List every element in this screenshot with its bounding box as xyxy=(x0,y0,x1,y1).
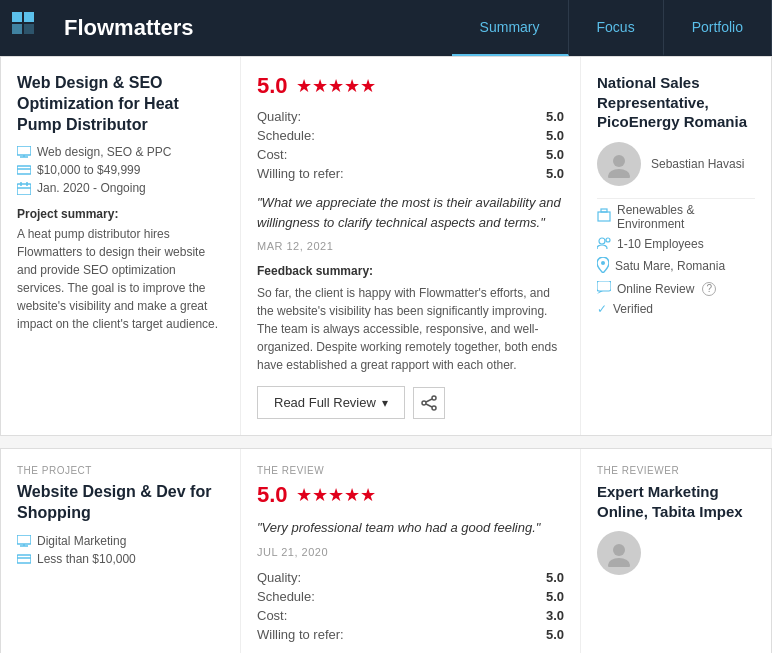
refer-label: Willing to refer: xyxy=(257,166,344,181)
svg-rect-3 xyxy=(24,24,34,34)
svg-point-24 xyxy=(606,238,610,242)
verified-label: Verified xyxy=(613,302,653,316)
avatar-2 xyxy=(597,531,641,575)
rating-cost-2: Cost: 3.0 xyxy=(257,608,564,623)
reviewer-column-2: THE REVIEWER Expert Marketing Online, Ta… xyxy=(581,449,771,653)
budget-icon-2 xyxy=(17,552,31,566)
reviewer-review-type: Online Review ? xyxy=(597,281,755,297)
budget-label-2: Less than $10,000 xyxy=(37,552,136,566)
tab-summary[interactable]: Summary xyxy=(452,0,569,56)
svg-rect-0 xyxy=(12,12,22,22)
service-label-2: Digital Marketing xyxy=(37,534,126,548)
review-actions: Read Full Review ▾ xyxy=(257,386,564,419)
stars-2: ★★★★★ xyxy=(296,484,376,506)
schedule-value-2: 5.0 xyxy=(546,589,564,604)
svg-point-34 xyxy=(608,558,630,567)
industry-label: Renewables & Environment xyxy=(617,203,755,231)
svg-rect-2 xyxy=(12,24,22,34)
reviewer-name: Sebastian Havasi xyxy=(651,157,744,171)
review-date-2: JUL 21, 2020 xyxy=(257,546,564,558)
question-icon: ? xyxy=(702,282,716,296)
review-quote: "What we appreciate the most is their av… xyxy=(257,193,564,232)
svg-rect-4 xyxy=(17,146,31,155)
stars: ★★★★★ xyxy=(296,75,376,97)
svg-rect-28 xyxy=(17,535,31,544)
project-title-1: Web Design & SEO Optimization for Heat P… xyxy=(17,73,224,135)
rating-schedule-2: Schedule: 5.0 xyxy=(257,589,564,604)
share-icon xyxy=(421,395,437,411)
svg-point-25 xyxy=(601,261,605,265)
review-column-1: 5.0 ★★★★★ Quality: 5.0 Schedule: 5.0 Cos… xyxy=(241,57,581,435)
feedback-label: Feedback summary: xyxy=(257,264,564,278)
rating-schedule: Schedule: 5.0 xyxy=(257,128,564,143)
cost-value: 5.0 xyxy=(546,147,564,162)
project-title-2: Website Design & Dev for Shopping xyxy=(17,482,224,524)
overall-score: 5.0 xyxy=(257,73,288,99)
schedule-label-2: Schedule: xyxy=(257,589,315,604)
nav-tabs: Summary Focus Portfolio xyxy=(452,0,772,56)
employees-label: 1-10 Employees xyxy=(617,237,704,251)
feedback-text: So far, the client is happy with Flowmat… xyxy=(257,284,564,374)
tab-focus[interactable]: Focus xyxy=(569,0,664,56)
app-title: Flowmatters xyxy=(56,15,452,41)
review-quote-2: "Very professional team who had a good f… xyxy=(257,518,564,538)
schedule-label: Schedule: xyxy=(257,128,315,143)
project-section-label: THE PROJECT xyxy=(17,465,224,476)
svg-point-33 xyxy=(613,544,625,556)
rating-quality-2: Quality: 5.0 xyxy=(257,570,564,585)
overall-rating: 5.0 ★★★★★ xyxy=(257,73,564,99)
svg-point-14 xyxy=(422,401,426,405)
logo xyxy=(0,0,56,56)
reviewer-title-2: Expert Marketing Online, Tabita Impex xyxy=(597,482,755,521)
quality-value-2: 5.0 xyxy=(546,570,564,585)
cost-label-2: Cost: xyxy=(257,608,287,623)
review-date: MAR 12, 2021 xyxy=(257,240,564,252)
refer-value: 5.0 xyxy=(546,166,564,181)
service-label: Web design, SEO & PPC xyxy=(37,145,172,159)
employees-icon xyxy=(597,236,611,252)
svg-rect-20 xyxy=(598,212,610,221)
project-budget-2: Less than $10,000 xyxy=(17,552,224,566)
review-card-1: Web Design & SEO Optimization for Heat P… xyxy=(0,56,772,436)
project-budget: $10,000 to $49,999 xyxy=(17,163,224,177)
review-type-label: Online Review xyxy=(617,282,694,296)
header: Flowmatters Summary Focus Portfolio xyxy=(0,0,772,56)
svg-rect-21 xyxy=(601,209,607,212)
chat-icon xyxy=(597,281,611,297)
quality-label-2: Quality: xyxy=(257,570,301,585)
svg-point-18 xyxy=(613,155,625,167)
reviewer-verified: ✓ Verified xyxy=(597,302,755,316)
reviewer-column-1: National Sales Representative, PicoEnerg… xyxy=(581,57,771,435)
project-service-2: Digital Marketing xyxy=(17,534,224,548)
svg-rect-26 xyxy=(597,281,611,291)
read-full-review-button[interactable]: Read Full Review ▾ xyxy=(257,386,405,419)
schedule-value: 5.0 xyxy=(546,128,564,143)
summary-label: Project summary: xyxy=(17,207,224,221)
monitor-icon-2 xyxy=(17,534,31,548)
svg-line-17 xyxy=(426,404,432,407)
project-meta-2: Digital Marketing Less than $10,000 xyxy=(17,534,224,566)
overall-rating-2: 5.0 ★★★★★ xyxy=(257,482,564,508)
svg-point-23 xyxy=(597,245,607,249)
budget-label: $10,000 to $49,999 xyxy=(37,163,140,177)
cost-value-2: 3.0 xyxy=(546,608,564,623)
rating-refer-2: Willing to refer: 5.0 xyxy=(257,627,564,642)
location-icon xyxy=(597,257,609,276)
svg-line-16 xyxy=(426,399,432,402)
rating-refer: Willing to refer: 5.0 xyxy=(257,166,564,181)
overall-score-2: 5.0 xyxy=(257,482,288,508)
ratings-block-2: Quality: 5.0 Schedule: 5.0 Cost: 3.0 Wil… xyxy=(257,570,564,642)
project-date: Jan. 2020 - Ongoing xyxy=(17,181,224,195)
quality-label: Quality: xyxy=(257,109,301,124)
share-button[interactable] xyxy=(413,387,445,419)
project-column-1: Web Design & SEO Optimization for Heat P… xyxy=(1,57,241,435)
review-section-label: THE REVIEW xyxy=(257,465,564,476)
reviewer-location: Satu Mare, Romania xyxy=(597,257,755,276)
svg-point-13 xyxy=(432,396,436,400)
rating-quality: Quality: 5.0 xyxy=(257,109,564,124)
review-card-2: THE PROJECT Website Design & Dev for Sho… xyxy=(0,448,772,653)
calendar-icon xyxy=(17,181,31,195)
read-full-label: Read Full Review xyxy=(274,395,376,410)
industry-icon xyxy=(597,208,611,225)
tab-portfolio[interactable]: Portfolio xyxy=(664,0,772,56)
